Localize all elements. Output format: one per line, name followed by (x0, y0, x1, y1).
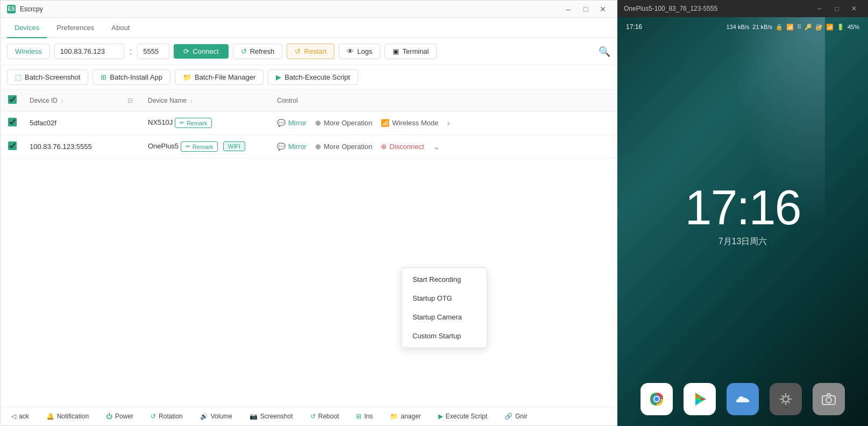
action-rotation[interactable]: ↺ Rotation (146, 410, 187, 422)
status-right: 134 kB/s 21 kB/s 🔒 📶 ⠿ 🔑 🔐 📶 🔋 45% (726, 24, 859, 31)
table-area: Device ID ↕ ⊟ Device Name ↕ Control (1, 90, 617, 407)
connect-button[interactable]: ⟳ Connect (174, 44, 228, 59)
port-input[interactable] (137, 44, 169, 59)
port-separator: : (129, 47, 133, 56)
remark-tag-2[interactable]: ✏ Remark (181, 141, 218, 152)
dock-camera-icon[interactable] (813, 383, 845, 415)
dock-cloud-icon[interactable] (727, 383, 759, 415)
action-file-manager[interactable]: 📁 anager (386, 410, 425, 422)
minimize-button[interactable]: – (561, 4, 576, 15)
dropdown-start-recording[interactable]: Start Recording (402, 270, 487, 289)
maximize-button[interactable]: □ (578, 4, 593, 15)
action-screenshot[interactable]: 📷 Screenshot (245, 410, 297, 422)
app-icon: ES (7, 5, 16, 13)
mirror-button-2[interactable]: 💬 Mirror (277, 140, 307, 153)
action-execute-script[interactable]: ▶ Execute Script (434, 410, 492, 422)
row-checkbox-2[interactable] (8, 141, 17, 150)
more-icon-1: ⊕ (315, 119, 321, 127)
row-checkbox-1[interactable] (8, 118, 17, 126)
clock-time: 17:16 (685, 183, 800, 232)
device-id-cell-2: 100.83.76.123:5555 (22, 135, 140, 159)
control-cell-1: 💬 Mirror ⊕ More Operation 📶 Wireless Mod… (269, 111, 617, 135)
remark-tag-1[interactable]: ✏ Remark (175, 118, 212, 128)
devices-table: Device ID ↕ ⊟ Device Name ↕ Control (1, 90, 617, 159)
sort-arrow-device-name[interactable]: ↕ (190, 98, 193, 104)
filter-icon[interactable]: ⊟ (127, 97, 133, 104)
network-speed: 134 kB/s (726, 24, 749, 30)
more-operation-button-2[interactable]: ⊕ More Operation (315, 140, 372, 153)
search-button[interactable]: 🔍 (599, 46, 610, 58)
action-notification[interactable]: 🔔 Notification (42, 410, 93, 422)
batch-screenshot-button[interactable]: ⬚ Batch-Screenshot (7, 69, 88, 85)
sort-arrow-device-id[interactable]: ↕ (61, 98, 63, 104)
dock-chrome-icon[interactable] (641, 383, 673, 415)
wireless-mode-1[interactable]: 📶 Wireless Mode (381, 119, 438, 127)
execute-script-icon: ▶ (438, 413, 443, 420)
dropdown-custom-startup[interactable]: Custom Startup (402, 326, 487, 345)
chevron-right-1[interactable]: › (447, 118, 450, 128)
action-volume[interactable]: 🔊 Volume (196, 410, 237, 422)
restart-button[interactable]: ↺ Restart (287, 44, 335, 59)
screenshot-icon: 📷 (250, 413, 258, 420)
batch-file-icon: 📁 (183, 73, 191, 81)
power-icon: ⏻ (106, 413, 112, 420)
batch-install-button[interactable]: ⊞ Batch-Install App (93, 69, 170, 85)
dropdown-startup-camera[interactable]: Startup Camera (402, 308, 487, 326)
more-icon-2: ⊕ (315, 143, 321, 151)
action-install[interactable]: ⊞ Ins (352, 410, 377, 422)
refresh-icon: ↺ (241, 47, 247, 55)
action-gnirehtet[interactable]: 🔗 Gnir (500, 410, 532, 422)
preview-maximize[interactable]: □ (829, 3, 844, 14)
tab-devices[interactable]: Devices (7, 18, 47, 38)
action-power[interactable]: ⏻ Power (102, 410, 138, 422)
dock-play-icon[interactable] (684, 383, 716, 415)
mirror-icon-1: 💬 (277, 119, 286, 127)
network-up: 21 kB/s (752, 24, 772, 30)
restart-icon: ↺ (295, 47, 301, 55)
remark-icon-2: ✏ (186, 143, 190, 150)
wifi-status-icon: 📶 (786, 24, 794, 31)
select-all-checkbox[interactable] (8, 95, 17, 104)
device-name-cell-1: NX510J ✏ Remark (140, 111, 269, 135)
app-title: Escrcpy (20, 5, 43, 13)
device-name-cell-2: OnePlus5 ✏ Remark WIFI (140, 135, 269, 159)
mirror-button-1[interactable]: 💬 Mirror (277, 117, 307, 129)
batch-file-manager-button[interactable]: 📁 Batch-File Manager (175, 69, 264, 85)
action-back[interactable]: ◁ ack (7, 410, 33, 422)
nav-tabs: Devices Preferences About (1, 18, 617, 38)
preview-minimize[interactable]: – (812, 3, 827, 14)
toolbar: Wireless : ⟳ Connect ↺ Refresh ↺ Restart… (1, 38, 617, 65)
status-time: 17:16 (626, 23, 642, 31)
volume-icon: 🔊 (200, 413, 208, 420)
tab-preferences[interactable]: Preferences (49, 18, 102, 38)
control-cell-2: 💬 Mirror ⊕ More Operation ⊗ Disconnect (269, 135, 617, 159)
tab-about[interactable]: About (104, 18, 137, 38)
action-reboot[interactable]: ↺ Reboot (306, 410, 344, 422)
ip-input[interactable] (54, 44, 124, 59)
install-icon: ⊞ (356, 413, 361, 420)
logs-button[interactable]: 👁 Logs (339, 44, 380, 59)
battery-icon: 🔋 (837, 24, 844, 31)
more-operation-button-1[interactable]: ⊕ More Operation (315, 117, 372, 129)
dropdown-menu: Start Recording Startup OTG Startup Came… (401, 267, 487, 348)
close-button[interactable]: ✕ (595, 4, 610, 15)
preview-close[interactable]: ✕ (846, 3, 862, 14)
device-id-cell-1: 5dfac02f (22, 111, 140, 135)
battery-dots-icon: ⠿ (797, 24, 801, 31)
chevron-down-2[interactable]: ⌄ (433, 141, 440, 152)
vpn-icon: 🔐 (815, 24, 823, 31)
refresh-button[interactable]: ↺ Refresh (233, 44, 283, 59)
batch-execute-button[interactable]: ▶ Batch-Execute Script (268, 69, 358, 85)
svg-point-9 (826, 397, 831, 403)
file-manager-icon: 📁 (390, 413, 398, 420)
wifi-icon-1: 📶 (381, 119, 389, 127)
terminal-button[interactable]: ▣ Terminal (385, 44, 437, 59)
window-controls: – □ ✕ (561, 4, 610, 15)
disconnect-button-2[interactable]: ⊗ Disconnect (381, 140, 424, 153)
table-row: 100.83.76.123:5555 OnePlus5 ✏ Remark WIF… (1, 135, 617, 159)
eye-icon: 👁 (347, 47, 354, 55)
batch-bar: ⬚ Batch-Screenshot ⊞ Batch-Install App 📁… (1, 65, 617, 90)
search-icon: 🔍 (599, 46, 610, 57)
dropdown-startup-otg[interactable]: Startup OTG (402, 289, 487, 308)
dock-settings-icon[interactable] (770, 383, 802, 415)
